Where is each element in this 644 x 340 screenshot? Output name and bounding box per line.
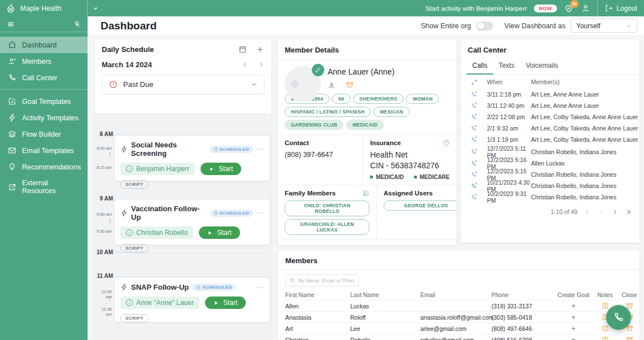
outgoing-call-icon	[461, 171, 487, 178]
schedule-event-card[interactable]: SNAP Follow-Up SCHEDULED ⋯ iAnne "Anne" …	[114, 277, 270, 322]
event-member-pill[interactable]: iAnne "Anne" Lauer	[120, 297, 199, 309]
next-page-icon[interactable]	[612, 209, 618, 215]
now-badge[interactable]: NOW	[534, 5, 558, 12]
members-panel: Members First Name Last Name Email Phone…	[278, 251, 639, 340]
plan-bullet	[414, 176, 417, 178]
notes-icon[interactable]	[592, 336, 618, 340]
first-page-icon[interactable]	[585, 209, 591, 215]
call-row[interactable]: 2/22 12:08 pmArt Lee, Colby Takeda, Anne…	[461, 111, 639, 123]
insurance-cin: CIN - 56383748276	[370, 161, 450, 170]
show-entire-org-toggle[interactable]	[476, 21, 493, 30]
sidebar-item-external-resources[interactable]: External Resources	[0, 175, 88, 199]
drag-handle-icon[interactable]: ⋮	[107, 220, 113, 222]
expand-icon[interactable]	[461, 79, 487, 85]
sidebar-header	[0, 16, 88, 32]
menu-hamburger-icon[interactable]	[7, 20, 15, 28]
create-goal-plus-icon[interactable]: +	[555, 302, 592, 310]
sidebar-item-dashboard[interactable]: Dashboard	[0, 37, 88, 53]
pencil-square-icon	[8, 97, 16, 106]
event-menu-icon[interactable]: ⋯	[256, 145, 264, 153]
col-close: Close	[618, 291, 639, 298]
event-menu-icon[interactable]: ⋯	[256, 284, 264, 291]
call-row[interactable]: 12/7/2023 5:11 PMChristian Robello, Indi…	[461, 145, 639, 156]
create-goal-plus-icon[interactable]: +	[555, 335, 592, 340]
profile-button[interactable]	[581, 3, 590, 13]
member-row[interactable]: AllenLuckas(319) 331-3137+	[278, 300, 639, 311]
scheduled-badge: SCHEDULED	[192, 284, 236, 291]
contact-phone: (808) 397-6647	[285, 151, 356, 159]
members-search[interactable]	[285, 274, 359, 286]
call-row[interactable]: 3/11 12:40 pmArt Lee, Anne Anne Lauer	[461, 100, 639, 111]
member-tag-filled: GARDENING CLUB	[285, 120, 343, 130]
event-menu-icon[interactable]: ⋯	[256, 209, 264, 217]
member-row[interactable]: ChristianRobellorobelloc@gmail.com(408) …	[278, 334, 639, 340]
pin-sidebar-icon[interactable]	[73, 20, 81, 28]
view-dashboard-as-select[interactable]: Yourself	[571, 19, 637, 33]
calendar-icon[interactable]	[238, 45, 247, 54]
members-search-input[interactable]	[298, 278, 354, 284]
member-tag: 69	[332, 94, 350, 104]
sidebar-item-recommendations[interactable]: Recommendations	[0, 159, 88, 175]
next-day-chevron-icon[interactable]	[258, 62, 264, 68]
archive-member-icon[interactable]	[346, 81, 354, 89]
member-row[interactable]: ArtLeearlee@gmail.com(808) 497-6646+	[278, 322, 639, 334]
hour-label: 10 AM	[95, 249, 113, 255]
tab-texts[interactable]: Texts	[493, 58, 520, 75]
assigned-user-pill[interactable]: GEORGE DELLOS	[384, 200, 456, 211]
call-row[interactable]: 10/2/2023 9:31 PMChristian Robello, Indi…	[461, 190, 639, 202]
assigned-users-label: Assigned Users	[384, 190, 433, 197]
external-link-icon	[8, 183, 16, 191]
last-page-icon[interactable]	[625, 209, 632, 215]
event-member-pill[interactable]: iChristian Robello	[120, 226, 193, 239]
edit-avatar-button[interactable]	[312, 64, 324, 76]
call-row[interactable]: 3/11 2:18 pmArt Lee, Anne Anne Lauer	[461, 89, 639, 100]
call-row[interactable]: 12/2/2023 5:15 PMChristian Robello, Indi…	[461, 168, 639, 179]
info-icon: i	[126, 229, 133, 236]
call-row[interactable]: 1/3 1:19 pmArt Lee, Colby Takeda, Anne A…	[461, 134, 639, 145]
main-header: Dashboard Show Entire org View Dashboard…	[88, 16, 644, 35]
org-switcher-chevron-icon[interactable]	[92, 5, 99, 12]
view-dashboard-as-label: View Dashboard as	[504, 22, 565, 30]
drag-handle-icon[interactable]: ⋮	[107, 154, 113, 156]
call-row[interactable]: 2/1 9:32 amArt Lee, Colby Takeda, Anne A…	[461, 123, 639, 134]
create-goal-plus-icon[interactable]: +	[555, 313, 592, 321]
edit-family-icon[interactable]	[363, 190, 369, 197]
start-activity-button[interactable]: Start	[201, 163, 241, 175]
schedule-event-card[interactable]: Vaccination Follow-Up SCHEDULED ⋯ iChris…	[114, 199, 270, 245]
prev-day-chevron-icon[interactable]	[242, 62, 248, 68]
past-due-accordion[interactable]: Past Due	[102, 75, 264, 94]
family-member-pill[interactable]: GRANDCHILD: ALLEN LUCKAS	[285, 219, 369, 235]
sidebar-item-email-templates[interactable]: Email Templates	[0, 142, 88, 159]
family-member-pill[interactable]: CHILD: CHRISTIAN ROBELLO	[285, 200, 369, 216]
pagination-range: 1-10 of 49	[551, 208, 577, 215]
member-first-name: Allen	[285, 303, 350, 310]
drag-handle-icon[interactable]: ⋮	[107, 297, 113, 299]
insurance-help-icon[interactable]	[443, 140, 450, 146]
daily-schedule-title: Daily Schedule	[102, 45, 154, 54]
call-row[interactable]: 12/2/2023 5:16 PMAllen Luckas	[461, 156, 639, 168]
schedule-event-card[interactable]: Social Needs Screening SCHEDULED ⋯ iBenj…	[114, 135, 270, 181]
sidebar-item-activity-templates[interactable]: Activity Templates	[0, 110, 88, 126]
call-row[interactable]: 10/21/2023 4:30 PMChristian Robello, Ind…	[461, 179, 639, 190]
prev-page-icon[interactable]	[598, 209, 604, 215]
sidebar-item-call-center[interactable]: Call Center	[0, 69, 88, 86]
notifications-button[interactable]: 31	[564, 3, 574, 14]
start-activity-button[interactable]: Start	[205, 297, 246, 309]
call-center-title: Call Center	[468, 46, 507, 54]
start-activity-button[interactable]: Start	[199, 226, 240, 239]
call-fab-button[interactable]	[606, 305, 631, 330]
tab-voicemails[interactable]: Voicemails	[520, 58, 564, 75]
sidebar-item-members[interactable]: Members	[0, 53, 88, 69]
logout-button[interactable]: Logout	[604, 4, 637, 12]
member-row[interactable]: AnastasiaRoloffanastasia.roloff@gmail.co…	[278, 311, 639, 322]
download-icon[interactable]	[328, 81, 336, 89]
add-event-plus-icon[interactable]	[256, 45, 264, 54]
sidebar-item-flow-builder[interactable]: Flow Builder	[0, 126, 88, 142]
home-icon	[8, 41, 16, 49]
tab-calls[interactable]: Calls	[467, 58, 493, 75]
create-goal-plus-icon[interactable]: +	[555, 324, 592, 333]
close-member-icon[interactable]	[618, 336, 639, 340]
event-member-pill[interactable]: iBenjamin Harperr	[120, 163, 195, 175]
contact-label: Contact	[285, 140, 356, 146]
sidebar-item-goal-templates[interactable]: Goal Templates	[0, 93, 88, 110]
